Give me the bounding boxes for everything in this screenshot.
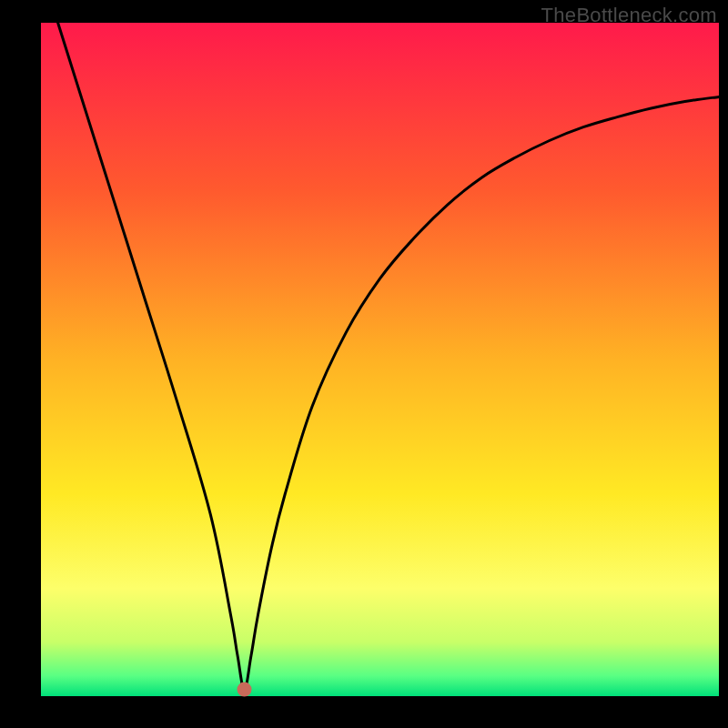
watermark-label: TheBottleneck.com bbox=[541, 4, 717, 27]
plot-gradient-bg bbox=[41, 23, 719, 696]
chart-container: TheBottleneck.com bbox=[0, 0, 728, 728]
optimal-point-dot bbox=[238, 682, 252, 697]
bottleneck-curve-chart bbox=[0, 0, 728, 728]
